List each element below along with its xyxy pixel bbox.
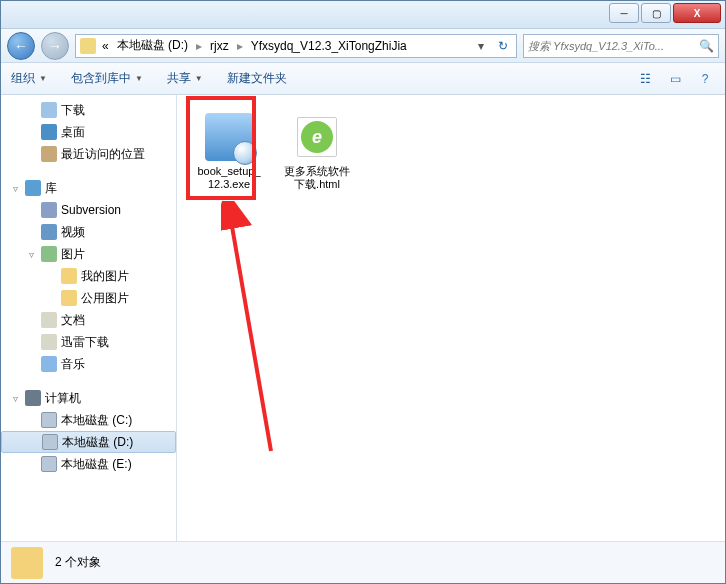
file-item-html[interactable]: 更多系统软件下载.html [281, 111, 353, 193]
body: 下载 桌面 最近访问的位置 ▿库 Subversion 视频 ▿图片 我的图片 … [1, 95, 725, 541]
html-file-icon [293, 113, 341, 161]
tree-label: 我的图片 [81, 268, 129, 285]
collapse-icon[interactable]: ▿ [9, 393, 21, 404]
library-icon [25, 180, 41, 196]
breadcrumb-prefix[interactable]: « [100, 39, 111, 53]
music-icon [41, 356, 57, 372]
toolbar: 组织 ▼ 包含到库中 ▼ 共享 ▼ 新建文件夹 ☷ ▭ ? [1, 63, 725, 95]
tree-subversion[interactable]: Subversion [1, 199, 176, 221]
status-bar: 2 个对象 [1, 541, 725, 583]
breadcrumb-sep: ▸ [235, 39, 245, 53]
toolbar-right: ☷ ▭ ? [635, 69, 715, 89]
documents-icon [41, 312, 57, 328]
new-folder-button[interactable]: 新建文件夹 [227, 70, 287, 87]
search-box[interactable]: 🔍 [523, 34, 719, 58]
drive-icon [41, 412, 57, 428]
tree-video[interactable]: 视频 [1, 221, 176, 243]
tree-label: 库 [45, 180, 57, 197]
pictures-icon [41, 246, 57, 262]
tree-computer[interactable]: ▿计算机 [1, 387, 176, 409]
documents-icon [41, 334, 57, 350]
tree-label: 音乐 [61, 356, 85, 373]
download-icon [41, 102, 57, 118]
forward-button[interactable]: → [41, 32, 69, 60]
tree-drive-e[interactable]: 本地磁盘 (E:) [1, 453, 176, 475]
computer-icon [25, 390, 41, 406]
explorer-window: ─ ▢ X ← → « 本地磁盘 (D:) ▸ rjxz ▸ Yfxsydq_V… [0, 0, 726, 584]
tree-music[interactable]: 音乐 [1, 353, 176, 375]
tree-drive-d[interactable]: 本地磁盘 (D:) [1, 431, 176, 453]
tree-pictures[interactable]: ▿图片 [1, 243, 176, 265]
file-view[interactable]: book_setup_12.3.exe 更多系统软件下载.html [177, 95, 725, 541]
share-button[interactable]: 共享 ▼ [167, 70, 203, 87]
tree-drive-c[interactable]: 本地磁盘 (C:) [1, 409, 176, 431]
address-dropdown-icon[interactable]: ▾ [472, 39, 490, 53]
include-in-library-button[interactable]: 包含到库中 ▼ [71, 70, 143, 87]
address-bar[interactable]: « 本地磁盘 (D:) ▸ rjxz ▸ Yfxsydq_V12.3_XiTon… [75, 34, 517, 58]
tree-label: 计算机 [45, 390, 81, 407]
tree-mypictures[interactable]: 我的图片 [1, 265, 176, 287]
collapse-icon[interactable]: ▿ [25, 249, 37, 260]
tree-xunlei[interactable]: 迅雷下载 [1, 331, 176, 353]
tree-desktop[interactable]: 桌面 [1, 121, 176, 143]
desktop-icon [41, 124, 57, 140]
tree-label: 最近访问的位置 [61, 146, 145, 163]
refresh-button[interactable]: ↻ [494, 39, 512, 53]
titlebar: ─ ▢ X [1, 1, 725, 29]
search-icon[interactable]: 🔍 [699, 39, 714, 53]
drive-icon [42, 434, 58, 450]
breadcrumb-seg-2[interactable]: rjxz [208, 39, 231, 53]
minimize-button[interactable]: ─ [609, 3, 639, 23]
nav-bar: ← → « 本地磁盘 (D:) ▸ rjxz ▸ Yfxsydq_V12.3_X… [1, 29, 725, 63]
tree-label: 迅雷下载 [61, 334, 109, 351]
folder-icon [61, 290, 77, 306]
organize-button[interactable]: 组织 ▼ [11, 70, 47, 87]
tree-label: Subversion [61, 203, 121, 217]
tree-label: 本地磁盘 (C:) [61, 412, 132, 429]
nav-tree: 下载 桌面 最近访问的位置 ▿库 Subversion 视频 ▿图片 我的图片 … [1, 95, 177, 541]
tree-documents[interactable]: 文档 [1, 309, 176, 331]
tree-library[interactable]: ▿库 [1, 177, 176, 199]
status-count: 2 个对象 [55, 554, 101, 571]
tree-publicpictures[interactable]: 公用图片 [1, 287, 176, 309]
installer-icon [205, 113, 253, 161]
file-item-exe[interactable]: book_setup_12.3.exe [193, 111, 265, 193]
tree-recent[interactable]: 最近访问的位置 [1, 143, 176, 165]
view-options-icon[interactable]: ☷ [635, 69, 655, 89]
tree-label: 视频 [61, 224, 85, 241]
recent-icon [41, 146, 57, 162]
tree-label: 本地磁盘 (D:) [62, 434, 133, 451]
breadcrumb-seg-1[interactable]: 本地磁盘 (D:) [115, 37, 190, 54]
tree-label: 文档 [61, 312, 85, 329]
close-button[interactable]: X [673, 3, 721, 23]
tree-label: 桌面 [61, 124, 85, 141]
preview-pane-icon[interactable]: ▭ [665, 69, 685, 89]
folder-icon [80, 38, 96, 54]
organize-label: 组织 [11, 70, 35, 87]
back-button[interactable]: ← [7, 32, 35, 60]
tree-label: 本地磁盘 (E:) [61, 456, 132, 473]
tree-label: 公用图片 [81, 290, 129, 307]
share-label: 共享 [167, 70, 191, 87]
drive-icon [41, 456, 57, 472]
folder-icon [11, 547, 43, 579]
tree-label: 图片 [61, 246, 85, 263]
collapse-icon[interactable]: ▿ [9, 183, 21, 194]
newfolder-label: 新建文件夹 [227, 70, 287, 87]
video-icon [41, 224, 57, 240]
chevron-down-icon: ▼ [135, 74, 143, 83]
folder-icon [61, 268, 77, 284]
chevron-down-icon: ▼ [39, 74, 47, 83]
breadcrumb-sep: ▸ [194, 39, 204, 53]
chevron-down-icon: ▼ [195, 74, 203, 83]
subversion-icon [41, 202, 57, 218]
tree-label: 下载 [61, 102, 85, 119]
breadcrumb-seg-3[interactable]: Yfxsydq_V12.3_XiTongZhiJia [249, 39, 409, 53]
help-icon[interactable]: ? [695, 69, 715, 89]
include-label: 包含到库中 [71, 70, 131, 87]
file-label: book_setup_12.3.exe [195, 165, 263, 191]
search-input[interactable] [528, 40, 695, 52]
file-label: 更多系统软件下载.html [283, 165, 351, 191]
maximize-button[interactable]: ▢ [641, 3, 671, 23]
tree-downloads[interactable]: 下载 [1, 99, 176, 121]
